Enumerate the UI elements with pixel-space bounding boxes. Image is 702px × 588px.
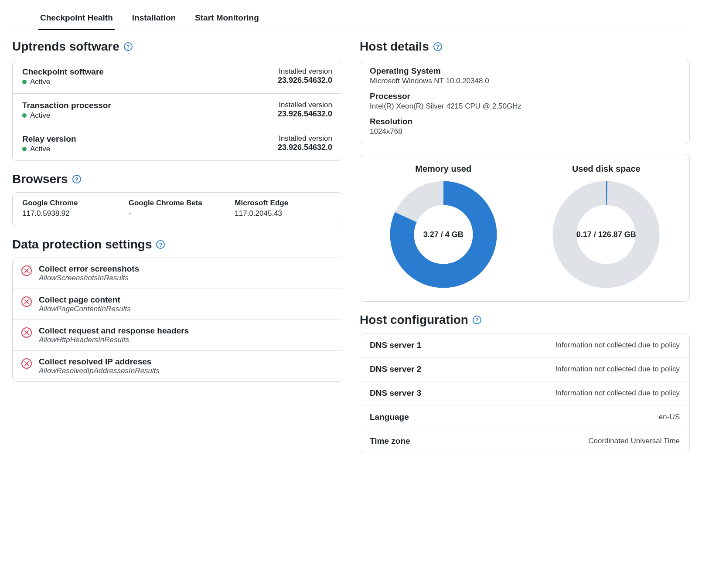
version-value: 23.926.54632.0 (278, 143, 332, 152)
config-row: DNS server 2 Information not collected d… (360, 357, 689, 381)
disabled-icon (21, 265, 32, 276)
disabled-icon (21, 296, 32, 307)
software-row: Checkpoint software Active Installed ver… (13, 60, 342, 94)
software-status: Active (30, 145, 50, 153)
host-value: Intel(R) Xeon(R) Silver 4215 CPU @ 2.50G… (370, 102, 680, 111)
software-row: Transaction processor Active Installed v… (13, 94, 342, 127)
section-title: Uptrends software (12, 40, 119, 54)
disk-gauge: Used disk space 0.17 / 126.87 GB (552, 164, 661, 289)
config-value: Information not collected due to policy (555, 365, 680, 374)
gauge-title: Used disk space (572, 164, 641, 174)
host-key: Processor (370, 92, 680, 101)
browsers-heading: Browsers ? (12, 172, 342, 186)
config-row: DNS server 3 Information not collected d… (360, 381, 689, 405)
gauge-title: Memory used (415, 164, 471, 174)
host-details-card: Operating System Microsoft Windows NT 10… (360, 60, 690, 144)
section-title: Data protection settings (12, 238, 152, 252)
tab-installation[interactable]: Installation (130, 9, 177, 30)
gauge-label: 0.17 / 126.87 GB (552, 180, 661, 289)
dp-title: Collect resolved IP addreses (39, 357, 160, 367)
host-details-heading: Host details ? (360, 40, 690, 54)
config-value: en-US (659, 413, 680, 421)
data-protection-row: Collect resolved IP addreses AllowResolv… (13, 351, 342, 381)
config-key: DNS server 1 (370, 340, 421, 350)
dp-title: Collect page content (39, 295, 131, 305)
config-value: Information not collected due to policy (555, 389, 680, 398)
left-column: Uptrends software ? Checkpoint software … (12, 40, 342, 453)
software-status: Active (30, 78, 50, 86)
section-title: Host configuration (360, 313, 468, 327)
host-value: 1024x768 (370, 127, 680, 136)
dp-key: AllowScreenshotsInResults (39, 274, 139, 282)
dp-key: AllowHttpHeadersInResults (39, 336, 189, 344)
dp-title: Collect error screenshots (39, 264, 139, 274)
config-row: Language en-US (360, 405, 689, 429)
data-protection-card: Collect error screenshots AllowScreensho… (12, 258, 342, 382)
tab-checkpoint-health[interactable]: Checkpoint Health (38, 9, 115, 30)
host-value: Microsoft Windows NT 10.0.20348.0 (370, 77, 680, 85)
browser-name: Google Chrome Beta (129, 199, 226, 207)
uptrends-software-heading: Uptrends software ? (12, 40, 342, 54)
right-column: Host details ? Operating System Microsof… (360, 40, 690, 453)
host-key: Resolution (370, 117, 680, 126)
status-dot-icon (22, 80, 27, 84)
memory-donut-chart: 3.27 / 4 GB (389, 180, 498, 289)
uptrends-software-card: Checkpoint software Active Installed ver… (12, 60, 342, 161)
software-name: Checkpoint software (22, 67, 104, 77)
browser-version: 117.0.2045.43 (235, 209, 332, 218)
section-title: Browsers (12, 172, 68, 186)
config-value: Information not collected due to policy (555, 341, 680, 350)
gauge-label: 3.27 / 4 GB (389, 180, 498, 289)
version-value: 23.926.54632.0 (278, 76, 332, 85)
gauges-card: Memory used 3.27 / 4 GB Used disk space … (360, 154, 690, 302)
version-value: 23.926.54632.0 (278, 109, 332, 119)
memory-gauge: Memory used 3.27 / 4 GB (389, 164, 498, 289)
status-dot-icon (22, 147, 27, 151)
config-key: DNS server 3 (370, 388, 421, 398)
config-value: Coordinated Universal Time (588, 437, 680, 445)
help-icon[interactable]: ? (473, 316, 481, 324)
dp-key: AllowPageContentInResults (39, 305, 131, 313)
data-protection-row: Collect page content AllowPageContentInR… (13, 289, 342, 320)
data-protection-row: Collect error screenshots AllowScreensho… (13, 258, 342, 289)
status-dot-icon (22, 113, 27, 118)
tabs-bar: Checkpoint Health Installation Start Mon… (12, 9, 690, 30)
dp-key: AllowResolvedIpAddressesInResults (39, 367, 160, 375)
software-status: Active (30, 111, 50, 120)
disk-donut-chart: 0.17 / 126.87 GB (552, 180, 661, 289)
help-icon[interactable]: ? (72, 175, 81, 184)
dp-title: Collect request and response headers (39, 326, 189, 336)
config-row: Time zone Coordinated Universal Time (360, 429, 689, 453)
browser-name: Microsoft Edge (235, 199, 332, 207)
config-row: DNS server 1 Information not collected d… (360, 333, 689, 357)
browser-name: Google Chrome (22, 199, 120, 207)
config-key: Time zone (370, 436, 410, 446)
host-key: Operating System (370, 66, 680, 76)
software-name: Transaction processor (22, 101, 111, 110)
software-name: Relay version (22, 134, 76, 144)
browser-version: - (129, 209, 226, 218)
browser-version: 117.0.5938.92 (22, 209, 120, 218)
help-icon[interactable]: ? (433, 42, 442, 51)
host-config-card: DNS server 1 Information not collected d… (360, 333, 690, 453)
software-row: Relay version Active Installed version 2… (13, 127, 342, 160)
browsers-card: Google Chrome Google Chrome Beta Microso… (12, 192, 342, 226)
help-icon[interactable]: ? (156, 240, 165, 249)
config-key: Language (370, 412, 409, 422)
disabled-icon (21, 358, 32, 369)
section-title: Host details (360, 40, 429, 54)
version-label: Installed version (278, 67, 332, 76)
version-label: Installed version (278, 134, 332, 143)
disabled-icon (21, 327, 32, 338)
data-protection-heading: Data protection settings ? (12, 238, 342, 252)
data-protection-row: Collect request and response headers All… (13, 320, 342, 351)
config-key: DNS server 2 (370, 364, 421, 374)
host-config-heading: Host configuration ? (360, 313, 690, 327)
help-icon[interactable]: ? (124, 42, 133, 51)
tab-start-monitoring[interactable]: Start Monitoring (193, 9, 261, 30)
version-label: Installed version (278, 101, 332, 109)
